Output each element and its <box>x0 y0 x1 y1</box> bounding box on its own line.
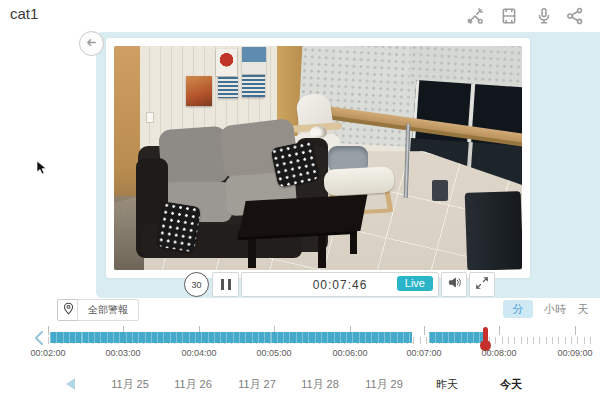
timeline-tick-label: 00:03:00 <box>105 348 140 358</box>
tab-minute[interactable]: 分 <box>503 300 533 318</box>
cat <box>310 126 327 138</box>
time-display-box: 00:07:46 Live <box>241 272 439 297</box>
volume-button[interactable] <box>441 272 467 297</box>
poster-striped <box>218 77 238 98</box>
location-pin-icon <box>62 301 75 319</box>
microphone-icon[interactable] <box>535 7 553 25</box>
rewind-30-button[interactable]: 30 <box>184 272 209 297</box>
coffee-table <box>239 195 368 238</box>
footstool <box>323 166 394 196</box>
tab-hour[interactable]: 小時 <box>541 300 569 318</box>
date-item-today[interactable]: 今天 <box>500 377 522 392</box>
timeline-tick-label: 00:05:00 <box>256 348 291 358</box>
polka-dot-pillow <box>270 140 319 188</box>
film-icon[interactable] <box>500 7 518 25</box>
back-arrow-icon <box>85 35 98 53</box>
poster-sea <box>242 47 266 74</box>
date-item[interactable]: 11月 27 <box>238 377 276 392</box>
date-item[interactable]: 11月 28 <box>301 377 339 392</box>
polka-dot-pillow <box>157 201 202 252</box>
fullscreen-button[interactable] <box>469 272 495 297</box>
timeline-tick-label: 00:04:00 <box>181 348 216 358</box>
sofa-cushion <box>158 126 230 187</box>
rewind-30-label: 30 <box>191 280 201 290</box>
mouse-cursor <box>36 160 48 180</box>
timeline-tick-label: 00:09:00 <box>557 348 592 358</box>
date-item[interactable]: 11月 25 <box>111 377 149 392</box>
pause-icon <box>219 276 233 294</box>
timeline-recorded-segment[interactable] <box>50 332 412 343</box>
timeline-tick-label: 00:06:00 <box>332 348 367 358</box>
fullscreen-icon <box>475 276 489 294</box>
timeline-major-tick <box>424 326 425 335</box>
share-icon[interactable] <box>566 7 584 25</box>
date-prev-chevron[interactable] <box>66 378 75 390</box>
current-time: 00:07:46 <box>313 278 368 292</box>
wall-socket <box>146 112 154 123</box>
date-item[interactable]: 11月 29 <box>365 377 403 392</box>
timeline-major-tick <box>499 326 500 335</box>
timeline-recorded-segment[interactable] <box>429 332 486 343</box>
speaker-icon <box>447 275 462 294</box>
poster-striped <box>242 75 265 97</box>
live-badge[interactable]: Live <box>397 276 433 291</box>
timeline-tick-label: 00:08:00 <box>481 348 516 358</box>
all-alerts-button[interactable]: 全部警報 <box>77 299 139 321</box>
page-title: cat1 <box>10 5 38 22</box>
poster-orange-art <box>186 76 212 106</box>
alert-pin-button[interactable] <box>57 299 79 321</box>
poster-red-tree <box>216 49 237 76</box>
date-item-yesterday[interactable]: 昨天 <box>436 377 458 392</box>
camera-video-feed[interactable] <box>114 46 522 270</box>
tab-day[interactable]: 天 <box>573 300 593 318</box>
timeline-major-tick <box>575 326 576 335</box>
timeline-major-tick <box>48 326 49 335</box>
date-item[interactable]: 11月 26 <box>174 377 212 392</box>
timeline-tick-label: 00:02:00 <box>30 348 65 358</box>
all-alerts-label: 全部警報 <box>88 303 128 317</box>
trash-bin <box>432 180 448 201</box>
camera-viewer-app: cat1 <box>0 0 600 413</box>
timeline-tick-label: 00:07:00 <box>406 348 441 358</box>
dark-cabinet <box>465 191 522 270</box>
pause-button[interactable] <box>212 272 239 297</box>
back-button[interactable] <box>79 31 104 56</box>
timeline-scroll-left-chevron[interactable] <box>32 330 46 350</box>
tools-icon[interactable] <box>466 7 484 25</box>
table-leg <box>318 232 326 268</box>
